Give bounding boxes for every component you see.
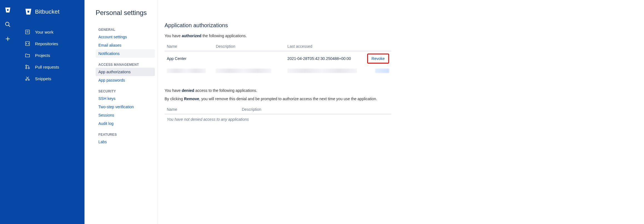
- authorized-intro: You have authorized the following applic…: [165, 34, 638, 38]
- page-title: Personal settings: [96, 9, 155, 17]
- table-row-redacted: [165, 66, 391, 77]
- your-work-icon: [24, 29, 31, 35]
- link-app-authorizations[interactable]: App authorizations: [96, 68, 155, 76]
- col-description: Description: [213, 42, 285, 51]
- nav-label: Pull requests: [35, 65, 59, 69]
- redacted-content: [216, 69, 271, 73]
- repositories-icon: [24, 41, 31, 47]
- denied-apps-table: Name Description You have not denied acc…: [165, 105, 391, 124]
- cell-description: [213, 51, 285, 66]
- link-app-passwords[interactable]: App passwords: [96, 76, 155, 84]
- product-name: Bitbucket: [35, 8, 59, 15]
- svg-point-10: [28, 67, 29, 69]
- svg-point-0: [6, 22, 9, 26]
- link-account-settings[interactable]: Account settings: [96, 33, 155, 41]
- bitbucket-logo-icon: [24, 8, 32, 16]
- svg-point-11: [26, 79, 27, 80]
- link-labs[interactable]: Labs: [96, 138, 155, 146]
- revoke-highlight-box: Revoke: [367, 54, 389, 64]
- snippets-icon: [24, 75, 31, 82]
- col-description: Description: [240, 105, 391, 114]
- link-audit-log[interactable]: Audit log: [96, 119, 155, 128]
- nav-repositories[interactable]: Repositories: [16, 38, 84, 49]
- settings-sidebar: Personal settings GENERAL Account settin…: [84, 0, 158, 224]
- authorized-apps-table: Name Description Last accessed App Cente…: [165, 42, 391, 77]
- col-name: Name: [165, 42, 213, 51]
- link-email-aliases[interactable]: Email aliases: [96, 41, 155, 49]
- revoke-button[interactable]: Revoke: [369, 55, 388, 62]
- svg-rect-4: [26, 30, 30, 34]
- nav-projects[interactable]: Projects: [16, 49, 84, 61]
- svg-line-1: [9, 25, 10, 27]
- main-area: Personal settings GENERAL Account settin…: [84, 0, 644, 224]
- create-icon[interactable]: [4, 36, 11, 42]
- global-icon-rail: [0, 0, 16, 224]
- redacted-content: [375, 69, 389, 73]
- section-heading-security: SECURITY: [96, 84, 155, 94]
- cell-last-accessed: 2021-04-28T05:42:30.250488+00:00: [285, 51, 365, 66]
- nav-pull-requests[interactable]: Pull requests: [16, 61, 84, 73]
- col-last-accessed: Last accessed: [285, 42, 365, 51]
- redacted-content: [287, 69, 357, 73]
- table-row: App Center 2021-04-28T05:42:30.250488+00…: [165, 51, 391, 66]
- product-nav: Bitbucket Your work Repositories Project…: [16, 0, 84, 224]
- content-panel: Application authorizations You have auth…: [158, 0, 644, 224]
- link-sessions[interactable]: Sessions: [96, 111, 155, 119]
- denied-intro: You have denied access to the following …: [165, 88, 638, 93]
- cell-name: App Center: [165, 51, 213, 66]
- product-header[interactable]: Bitbucket: [16, 8, 84, 16]
- link-notifications[interactable]: Notifications: [96, 49, 155, 58]
- nav-label: Snippets: [35, 76, 51, 81]
- pull-requests-icon: [24, 64, 31, 70]
- svg-point-9: [26, 67, 27, 69]
- section-heading-general: GENERAL: [96, 23, 155, 33]
- col-name: Name: [165, 105, 240, 114]
- nav-your-work[interactable]: Your work: [16, 26, 84, 38]
- nav-label: Repositories: [35, 41, 58, 46]
- logo-icon[interactable]: [4, 7, 11, 13]
- section-heading-features: FEATURES: [96, 128, 155, 138]
- svg-point-12: [28, 79, 29, 80]
- link-ssh-keys[interactable]: SSH keys: [96, 94, 155, 103]
- section-heading-access: ACCESS MANAGEMENT: [96, 58, 155, 68]
- empty-message: You have not denied access to any applic…: [165, 114, 391, 124]
- remove-note: By clicking Remove, you will remove this…: [165, 97, 638, 101]
- svg-point-8: [26, 65, 27, 66]
- link-two-step[interactable]: Two-step verification: [96, 103, 155, 111]
- search-icon[interactable]: [4, 21, 11, 28]
- nav-label: Your work: [35, 30, 53, 34]
- projects-icon: [24, 52, 31, 58]
- nav-snippets[interactable]: Snippets: [16, 73, 84, 84]
- content-heading: Application authorizations: [165, 22, 638, 29]
- nav-label: Projects: [35, 53, 50, 58]
- empty-row: You have not denied access to any applic…: [165, 114, 391, 124]
- redacted-content: [167, 69, 206, 73]
